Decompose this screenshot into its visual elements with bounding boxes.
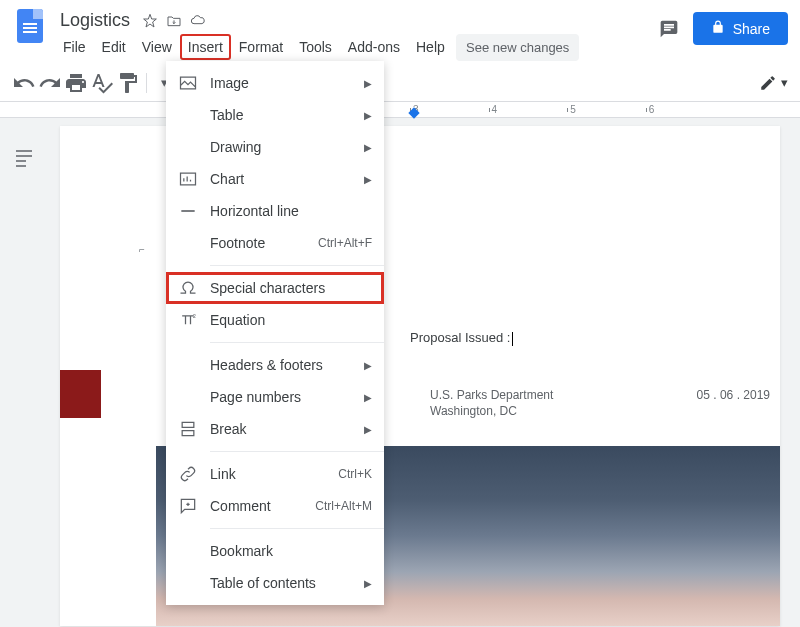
insert-headers-footers[interactable]: Headers & footers ▶ (166, 349, 384, 381)
insert-equation[interactable]: 2 Equation (166, 304, 384, 336)
docs-logo[interactable] (12, 8, 48, 44)
hline-icon (178, 201, 198, 221)
menu-insert[interactable]: Insert (181, 35, 230, 59)
cloud-icon[interactable] (190, 13, 206, 29)
pi-icon: 2 (178, 310, 198, 330)
dept-line2: Washington, DC (430, 404, 517, 418)
redo-button[interactable] (38, 71, 62, 95)
lock-icon (711, 20, 725, 37)
svg-text:2: 2 (193, 313, 196, 319)
insert-page-numbers[interactable]: Page numbers ▶ (166, 381, 384, 413)
outline-icon[interactable] (12, 146, 36, 170)
comment-icon (178, 496, 198, 516)
insert-hline[interactable]: Horizontal line (166, 195, 384, 227)
red-rectangle (60, 370, 101, 418)
insert-special-chars[interactable]: Special characters (166, 272, 384, 304)
dept-line1: U.S. Parks Department (430, 388, 553, 402)
insert-toc[interactable]: Table of contents ▶ (166, 567, 384, 599)
break-icon (178, 419, 198, 439)
chevron-right-icon: ▶ (364, 424, 372, 435)
chevron-right-icon: ▶ (364, 78, 372, 89)
chevron-right-icon: ▶ (364, 142, 372, 153)
menu-edit[interactable]: Edit (95, 35, 133, 59)
menu-addons[interactable]: Add-ons (341, 35, 407, 59)
insert-break[interactable]: Break ▶ (166, 413, 384, 445)
insert-chart[interactable]: Chart ▶ (166, 163, 384, 195)
menu-help[interactable]: Help (409, 35, 452, 59)
link-icon (178, 464, 198, 484)
share-label: Share (733, 21, 770, 37)
insert-image[interactable]: Image ▶ (166, 67, 384, 99)
spellcheck-button[interactable] (90, 71, 114, 95)
insert-link[interactable]: Link Ctrl+K (166, 458, 384, 490)
undo-button[interactable] (12, 71, 36, 95)
comments-icon[interactable] (659, 19, 679, 39)
insert-comment[interactable]: Comment Ctrl+Alt+M (166, 490, 384, 522)
chevron-right-icon: ▶ (364, 174, 372, 185)
chart-icon (178, 169, 198, 189)
insert-footnote[interactable]: Footnote Ctrl+Alt+F (166, 227, 384, 259)
chevron-right-icon: ▶ (364, 110, 372, 121)
toolbar: ▾ − 9 + ⋯ ▾ (0, 64, 800, 102)
insert-dropdown: Image ▶ Table ▶ Drawing ▶ Chart ▶ Horizo… (166, 61, 384, 605)
tab-indicator: ⌐ (139, 244, 145, 255)
menu-tools[interactable]: Tools (292, 35, 339, 59)
menu-view[interactable]: View (135, 35, 179, 59)
doc-title[interactable]: Logistics (56, 8, 134, 33)
editing-mode-button[interactable]: ▾ (759, 74, 788, 92)
chevron-right-icon: ▶ (364, 392, 372, 403)
insert-table[interactable]: Table ▶ (166, 99, 384, 131)
share-button[interactable]: Share (693, 12, 788, 45)
menu-file[interactable]: File (56, 35, 93, 59)
doc-date: 05 . 06 . 2019 (697, 388, 770, 402)
ruler: 3 4 5 6 (0, 102, 800, 118)
insert-drawing[interactable]: Drawing ▶ (166, 131, 384, 163)
see-new-changes[interactable]: See new changes (456, 34, 579, 61)
print-button[interactable] (64, 71, 88, 95)
image-icon (178, 73, 198, 93)
chevron-right-icon: ▶ (364, 578, 372, 589)
proposal-text: Proposal Issued : (410, 330, 513, 346)
star-icon[interactable] (142, 13, 158, 29)
menu-format[interactable]: Format (232, 35, 290, 59)
paint-format-button[interactable] (116, 71, 140, 95)
omega-icon (178, 278, 198, 298)
insert-bookmark[interactable]: Bookmark (166, 535, 384, 567)
move-icon[interactable] (166, 13, 182, 29)
chevron-right-icon: ▶ (364, 360, 372, 371)
